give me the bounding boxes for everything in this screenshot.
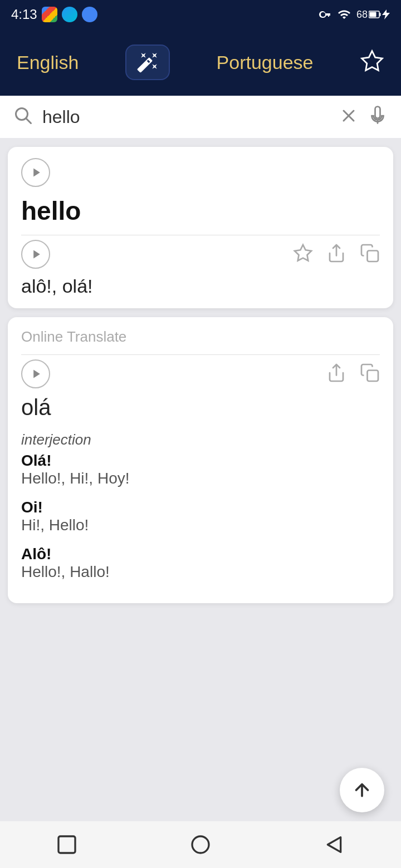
circle-icon <box>189 834 212 856</box>
action-icons-group <box>293 243 380 265</box>
back-button[interactable] <box>312 828 356 861</box>
favorite-button[interactable] <box>360 49 384 76</box>
copy-translation-button[interactable] <box>360 243 380 265</box>
play-translation-button[interactable] <box>21 240 50 269</box>
battery-icon: 68 <box>356 9 390 21</box>
def-primary-1: Olá! <box>21 452 380 470</box>
online-action-icons <box>326 363 380 385</box>
play-online-icon <box>31 368 42 379</box>
online-translate-card: Online Translate olá interjection Olá! H… <box>8 317 393 603</box>
def-secondary-3: Hello!, Hallo! <box>21 563 380 581</box>
wifi-icon <box>336 8 352 21</box>
play-online-button[interactable] <box>21 359 50 388</box>
card-divider <box>21 235 380 235</box>
status-bar: 4:13 68 <box>0 0 401 29</box>
svg-rect-1 <box>380 13 381 16</box>
status-right: 68 <box>319 8 390 21</box>
online-divider <box>21 354 380 355</box>
square-icon <box>56 834 78 856</box>
online-translation-row <box>21 359 380 388</box>
def-secondary-1: Hello!, Hi!, Hoy! <box>21 470 380 487</box>
header: English Portuguese <box>0 29 401 96</box>
status-time: 4:13 <box>11 7 37 22</box>
triangle-icon <box>323 834 345 856</box>
bottom-navigation <box>0 821 401 868</box>
pos-label: interjection <box>21 431 380 448</box>
svg-marker-13 <box>327 837 340 852</box>
recent-apps-button[interactable] <box>45 828 89 861</box>
main-translation-card: hello alô!, olá! <box>8 147 393 308</box>
key-icon <box>319 8 332 21</box>
online-translate-label: Online Translate <box>21 328 380 346</box>
favorite-translation-button[interactable] <box>293 243 313 265</box>
home-button[interactable] <box>178 828 223 861</box>
messages-icon <box>62 7 77 22</box>
swap-languages-button[interactable] <box>125 45 170 80</box>
svg-rect-10 <box>368 371 379 382</box>
scroll-to-top-button[interactable] <box>340 768 384 812</box>
arrow-up-icon <box>352 780 372 800</box>
source-word: hello <box>21 196 380 226</box>
mic-icon[interactable] <box>368 106 388 128</box>
def-primary-2: Oi! <box>21 499 380 516</box>
svg-marker-4 <box>362 51 383 71</box>
svg-marker-6 <box>33 250 40 259</box>
def-primary-3: Alô! <box>21 545 380 563</box>
definition-entry-2: Oi! Hi!, Hello! <box>21 499 380 534</box>
search-input[interactable] <box>42 107 330 127</box>
copy-online-button[interactable] <box>360 363 380 385</box>
svg-rect-2 <box>370 12 376 17</box>
translated-text: alô!, olá! <box>21 275 380 297</box>
def-secondary-2: Hi!, Hello! <box>21 516 380 534</box>
status-left: 4:13 <box>11 7 97 22</box>
source-language-label[interactable]: English <box>17 52 79 73</box>
svg-rect-11 <box>58 836 75 853</box>
play-translation-icon <box>31 249 42 260</box>
definition-entry-3: Alô! Hello!, Hallo! <box>21 545 380 581</box>
translation-actions-row <box>21 240 380 269</box>
svg-marker-5 <box>33 169 40 177</box>
svg-rect-8 <box>368 251 379 262</box>
search-icon <box>13 106 33 128</box>
google-icon <box>42 7 57 22</box>
clear-icon[interactable] <box>339 106 359 128</box>
share-online-button[interactable] <box>326 363 346 385</box>
definitions-section: interjection Olá! Hello!, Hi!, Hoy! Oi! … <box>21 431 380 581</box>
share-translation-button[interactable] <box>326 243 346 265</box>
star-icon <box>360 49 384 73</box>
svg-marker-7 <box>295 245 311 261</box>
online-translated-word: olá <box>21 395 380 420</box>
search-bar[interactable] <box>0 96 401 138</box>
svg-marker-3 <box>382 9 390 19</box>
swap-icon <box>136 51 159 73</box>
lens-icon <box>82 7 97 22</box>
target-language-label[interactable]: Portuguese <box>217 52 314 73</box>
play-source-icon <box>31 167 42 178</box>
play-source-button[interactable] <box>21 158 50 187</box>
svg-marker-9 <box>33 370 40 378</box>
svg-point-12 <box>192 836 209 853</box>
definition-entry-1: Olá! Hello!, Hi!, Hoy! <box>21 452 380 487</box>
